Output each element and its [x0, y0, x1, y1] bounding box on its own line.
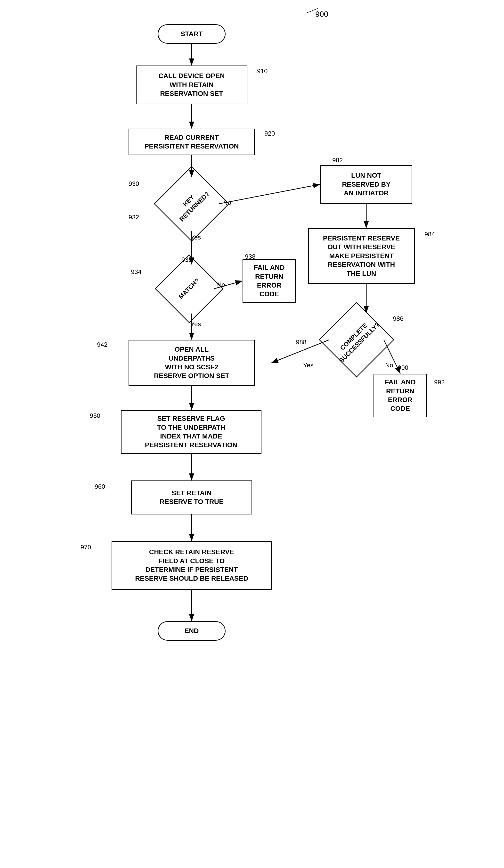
ref-960: 960 [95, 483, 105, 490]
ref-984: 984 [424, 230, 435, 238]
ref-932: 932 [128, 214, 139, 221]
end-node: END [158, 621, 225, 641]
node-910: CALL DEVICE OPENWITH RETAINRESERVATION S… [136, 65, 248, 104]
flowchart-diagram: 900 START CALL DEVICE OPENWITH RETAINRES… [0, 0, 504, 868]
node-960: SET RETAINRESERVE TO TRUE [131, 480, 252, 515]
ref-910: 910 [257, 68, 267, 75]
ref-920: 920 [264, 130, 275, 137]
ref-988: 988 [296, 339, 306, 346]
no-label-1: No [223, 199, 231, 207]
ref-986: 986 [393, 315, 403, 322]
node-992: FAIL ANDRETURNERRORCODE [374, 374, 427, 417]
node-942: OPEN ALLUNDERPATHSWITH NO SCSI-2RESERVE … [128, 340, 255, 386]
svg-line-5 [219, 184, 320, 204]
yes-label-2: Yes [191, 320, 201, 328]
ref-938: 938 [245, 253, 255, 260]
node-986-text: COMPLETESUCCESSFULLY? [330, 313, 383, 366]
ref-936: 936 [181, 256, 192, 264]
ref-942: 942 [97, 341, 107, 349]
node-934-text: MATCH? [165, 265, 213, 313]
ref-950: 950 [90, 412, 100, 420]
node-920: READ CURRENTPERSISITENT RESERVATION [128, 128, 255, 155]
node-950: SET RESERVE FLAGTO THE UNDERPATHINDEX TH… [121, 410, 261, 454]
ref-990-label: 990 [398, 364, 408, 372]
yes-label-1: Yes [191, 234, 201, 241]
ref-970: 970 [81, 544, 91, 551]
yes-label-3: Yes [303, 362, 313, 369]
node-970: CHECK RETAIN RESERVEFIELD AT CLOSE TODET… [112, 541, 272, 590]
diagram-number: 900 [315, 10, 328, 19]
node-930-text: KEYRETURNED? [165, 177, 218, 230]
ref-934: 934 [131, 268, 141, 276]
no-label-2: No [217, 281, 225, 289]
ref-992: 992 [434, 379, 444, 386]
node-938: FAIL ANDRETURNERRORCODE [243, 259, 296, 303]
start-node: START [158, 24, 225, 44]
node-984: PERSISTENT RESERVEOUT WITH RESERVEMAKE P… [308, 228, 415, 284]
no-label-3: No [385, 362, 393, 369]
ref-930: 930 [128, 180, 139, 188]
node-982: LUN NOTRESERVED BYAN INITIATOR [320, 165, 412, 204]
ref-982: 982 [332, 156, 343, 164]
